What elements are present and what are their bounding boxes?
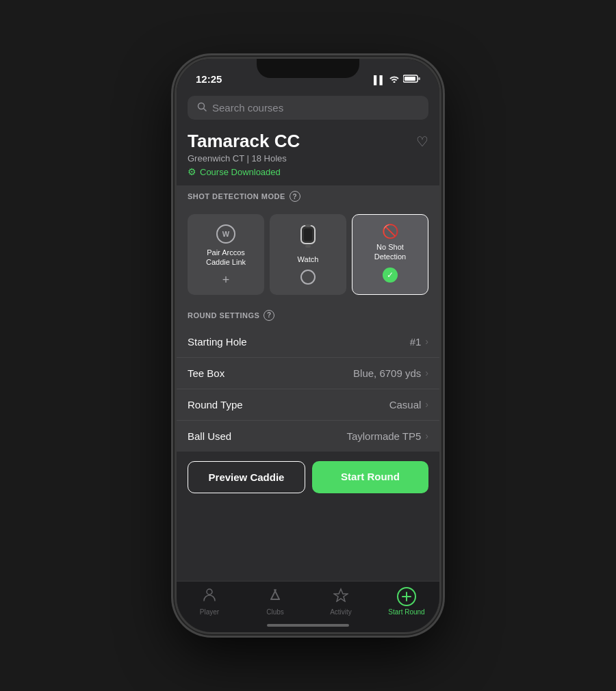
watch-label: Watch: [298, 255, 319, 264]
activity-tab-icon: [333, 587, 348, 606]
tee-box-chevron: ›: [425, 367, 428, 378]
no-shot-icon: 🚫: [382, 224, 399, 238]
round-type-value: Casual ›: [389, 399, 428, 410]
course-title: Tamarack CC: [188, 131, 300, 152]
player-tab-label: Player: [200, 608, 219, 616]
screen-content: Search courses Tamarack CC ♡ Greenwich C…: [177, 89, 439, 632]
search-bar[interactable]: Search courses: [188, 96, 428, 120]
battery-icon: [403, 75, 420, 85]
course-title-row: Tamarack CC ♡: [188, 131, 428, 152]
starting-hole-label: Starting Hole: [188, 336, 247, 348]
svg-point-9: [207, 589, 212, 595]
phone-screen: 12:25 ▌▌: [177, 59, 439, 632]
round-type-chevron: ›: [425, 399, 428, 410]
status-time: 12:25: [196, 73, 222, 85]
activity-tab-label: Activity: [330, 608, 352, 616]
course-downloaded-text: Course Downloaded: [200, 167, 281, 177]
course-subtitle: Greenwich CT | 18 Holes: [188, 153, 428, 164]
ball-used-label: Ball Used: [188, 430, 231, 442]
starting-hole-chevron: ›: [425, 336, 428, 347]
tee-box-val: Blue, 6709 yds: [353, 367, 421, 379]
pair-arccos-label: Pair ArccosCaddie Link: [206, 248, 246, 268]
round-settings-help-icon[interactable]: ?: [264, 310, 274, 321]
ball-used-val: Taylormade TP5: [346, 430, 421, 442]
status-icons: ▌▌: [374, 75, 420, 85]
no-shot-card[interactable]: 🚫 No ShotDetection ✓: [352, 214, 428, 295]
preview-caddie-button[interactable]: Preview Caddie: [188, 461, 305, 493]
svg-line-4: [204, 109, 207, 112]
round-settings-section: ROUND SETTINGS ? Starting Hole #1 › T: [177, 304, 439, 452]
tab-start-round[interactable]: Start Round: [374, 587, 439, 616]
notch: [257, 59, 359, 78]
svg-rect-7: [305, 224, 311, 227]
ball-used-value: Taylormade TP5 ›: [346, 430, 428, 442]
heart-icon[interactable]: ♡: [416, 133, 428, 150]
watch-circle: [300, 270, 316, 285]
clubs-tab-label: Clubs: [266, 608, 284, 616]
arccos-logo: W: [216, 224, 235, 244]
tab-clubs[interactable]: Clubs: [242, 587, 308, 616]
shot-detection-header: SHOT DETECTION MODE ?: [177, 185, 439, 207]
shot-detection-label: SHOT DETECTION MODE: [188, 192, 285, 200]
svg-line-11: [274, 590, 279, 599]
start-round-tab-label: Start Round: [388, 608, 424, 616]
signal-icon: ▌▌: [374, 75, 385, 85]
round-type-label: Round Type: [188, 399, 243, 410]
search-placeholder: Search courses: [212, 102, 283, 114]
no-shot-check: ✓: [383, 268, 398, 283]
course-header: Tamarack CC ♡ Greenwich CT | 18 Holes ⚙ …: [177, 128, 439, 185]
home-indicator: [267, 624, 349, 627]
ball-used-row[interactable]: Ball Used Taylormade TP5 ›: [177, 421, 439, 452]
settings-list: Starting Hole #1 › Tee Box Blue, 6709 yd…: [177, 326, 439, 452]
wifi-icon: [389, 75, 400, 85]
action-buttons: Preview Caddie Start Round: [177, 452, 439, 503]
pair-arccos-action: +: [222, 273, 230, 287]
shot-cards: W Pair ArccosCaddie Link +: [188, 214, 428, 295]
starting-hole-val: #1: [410, 336, 422, 348]
tee-box-row[interactable]: Tee Box Blue, 6709 yds ›: [177, 358, 439, 389]
tee-box-label: Tee Box: [188, 367, 224, 379]
start-round-tab-icon: [397, 587, 416, 606]
round-type-row[interactable]: Round Type Casual ›: [177, 389, 439, 421]
clubs-tab-icon: [268, 587, 283, 606]
round-settings-header: ROUND SETTINGS ?: [177, 304, 439, 326]
svg-rect-6: [304, 229, 312, 241]
course-downloaded: ⚙ Course Downloaded: [188, 166, 428, 177]
shot-detection-help-icon[interactable]: ?: [290, 191, 300, 202]
svg-marker-13: [334, 589, 348, 601]
tab-player[interactable]: Player: [177, 587, 242, 616]
round-settings-label: ROUND SETTINGS: [188, 311, 259, 320]
svg-rect-2: [418, 77, 420, 80]
ball-used-chevron: ›: [425, 430, 428, 441]
watch-card[interactable]: Watch: [270, 214, 346, 295]
player-tab-icon: [202, 587, 217, 606]
starting-hole-row[interactable]: Starting Hole #1 ›: [177, 326, 439, 358]
pair-arccos-card[interactable]: W Pair ArccosCaddie Link +: [188, 214, 264, 295]
svg-rect-1: [405, 77, 415, 81]
tab-activity[interactable]: Activity: [308, 587, 374, 616]
download-icon: ⚙: [188, 166, 196, 177]
watch-icon: [298, 224, 318, 250]
round-type-val: Casual: [389, 399, 422, 410]
no-shot-label: No ShotDetection: [374, 242, 406, 262]
phone-wrapper: 12:25 ▌▌: [175, 57, 441, 634]
tee-box-value: Blue, 6709 yds ›: [353, 367, 428, 379]
svg-rect-8: [305, 245, 311, 248]
search-icon: [197, 102, 207, 114]
power-button: [441, 166, 445, 228]
start-round-button[interactable]: Start Round: [312, 461, 428, 493]
shot-detection-area: W Pair ArccosCaddie Link +: [177, 207, 439, 304]
phone-frame: 12:25 ▌▌: [175, 57, 441, 634]
starting-hole-value: #1 ›: [410, 336, 428, 348]
